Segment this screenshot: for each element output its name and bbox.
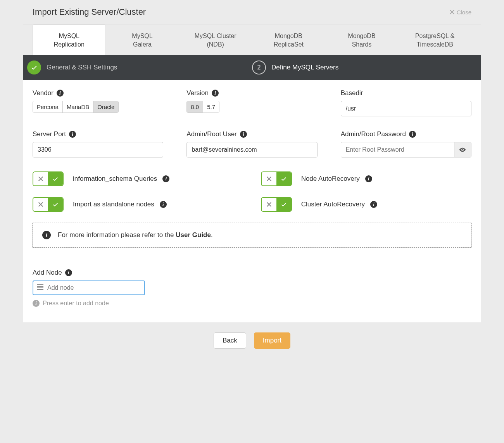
info-icon[interactable]: i	[370, 201, 377, 208]
info-icon[interactable]: i	[57, 90, 64, 97]
user-guide-link[interactable]: User Guide	[176, 231, 211, 239]
check-icon	[52, 201, 59, 208]
check-icon	[281, 176, 287, 182]
vendor-mariadb[interactable]: MariaDB	[63, 101, 93, 112]
step-define-servers[interactable]: 2 Define MySQL Servers	[252, 61, 477, 74]
x-icon	[38, 177, 43, 181]
x-icon	[267, 202, 271, 207]
svg-rect-2	[37, 287, 43, 288]
user-guide-notice: i For more information please refer to t…	[33, 223, 471, 247]
svg-rect-3	[37, 289, 43, 290]
info-icon[interactable]: i	[69, 131, 76, 138]
step-label: General & SSH Settings	[47, 64, 117, 71]
modal-title: Import Existing Server/Cluster	[33, 7, 146, 17]
tabs-bar: MySQLReplication MySQLGalera MySQL Clust…	[23, 24, 481, 55]
list-icon	[37, 284, 43, 291]
tab-mongodb-replicaset[interactable]: MongoDBReplicaSet	[252, 24, 325, 55]
toggle-label: Node AutoRecoveryi	[301, 175, 372, 183]
import-button[interactable]: Import	[254, 332, 290, 349]
vendor-group: Percona MariaDB Oracle	[33, 101, 119, 113]
basedir-label: Basedir	[341, 89, 471, 97]
close-button[interactable]: Close	[450, 9, 471, 16]
toggle-label: Import as standalone nodesi	[73, 201, 167, 208]
step-number-icon: 2	[252, 61, 266, 74]
add-node-input[interactable]	[47, 284, 140, 291]
eye-icon	[459, 146, 466, 153]
admin-user-input[interactable]	[186, 142, 317, 157]
tab-mysql-galera[interactable]: MySQLGalera	[106, 24, 179, 55]
info-icon: i	[33, 300, 40, 307]
check-icon	[281, 201, 287, 208]
tab-mongodb-shards[interactable]: MongoDBShards	[325, 24, 399, 55]
add-node-label: Add Nodei	[33, 269, 471, 277]
admin-password-input[interactable]	[341, 142, 454, 157]
close-icon	[450, 10, 454, 14]
tab-mysql-replication[interactable]: MySQLReplication	[33, 24, 106, 55]
toggle-password-visibility[interactable]	[454, 142, 471, 157]
svg-rect-1	[37, 286, 43, 287]
admin-user-label: Admin/Root Useri	[186, 130, 317, 138]
version-group: 8.0 5.7	[186, 101, 219, 113]
vendor-label: Vendori	[33, 89, 163, 97]
version-label: Versioni	[186, 89, 317, 97]
add-node-field[interactable]	[33, 280, 145, 295]
x-icon	[38, 202, 43, 207]
server-port-label: Server Porti	[33, 130, 163, 138]
info-icon[interactable]: i	[160, 201, 167, 208]
toggle-label: Cluster AutoRecoveryi	[301, 201, 377, 208]
vendor-oracle[interactable]: Oracle	[93, 101, 118, 112]
admin-password-label: Admin/Root Passwordi	[341, 130, 471, 138]
step-label: Define MySQL Servers	[271, 64, 338, 71]
add-node-hint: i Press enter to add node	[33, 300, 471, 307]
version-8-0[interactable]: 8.0	[187, 101, 203, 112]
info-icon[interactable]: i	[212, 90, 219, 97]
info-icon: i	[42, 231, 51, 239]
toggle-cluster-autorecovery[interactable]	[261, 197, 292, 212]
step-general-ssh[interactable]: General & SSH Settings	[27, 61, 252, 74]
server-port-input[interactable]	[33, 142, 163, 157]
info-icon[interactable]: i	[162, 175, 169, 182]
svg-rect-0	[37, 284, 43, 285]
basedir-input[interactable]	[341, 101, 471, 116]
toggle-node-autorecovery[interactable]	[261, 171, 292, 186]
info-icon[interactable]: i	[240, 131, 247, 138]
toggle-information-schema[interactable]	[33, 171, 64, 186]
x-icon	[267, 177, 271, 181]
tab-postgresql-timescaledb[interactable]: PostgreSQL &TimescaleDB	[398, 24, 471, 55]
check-icon	[52, 176, 59, 182]
info-icon[interactable]: i	[409, 131, 416, 138]
info-icon[interactable]: i	[365, 175, 372, 182]
check-icon	[27, 61, 41, 74]
wizard-steps: General & SSH Settings 2 Define MySQL Se…	[23, 55, 481, 80]
vendor-percona[interactable]: Percona	[33, 101, 63, 112]
version-5-7[interactable]: 5.7	[203, 101, 219, 112]
info-icon[interactable]: i	[65, 269, 72, 276]
tab-mysql-cluster-ndb[interactable]: MySQL Cluster(NDB)	[179, 24, 252, 55]
close-label: Close	[457, 9, 471, 16]
toggle-standalone-nodes[interactable]	[33, 197, 64, 212]
toggle-label: information_schema Queriesi	[73, 175, 169, 183]
back-button[interactable]: Back	[214, 332, 246, 349]
